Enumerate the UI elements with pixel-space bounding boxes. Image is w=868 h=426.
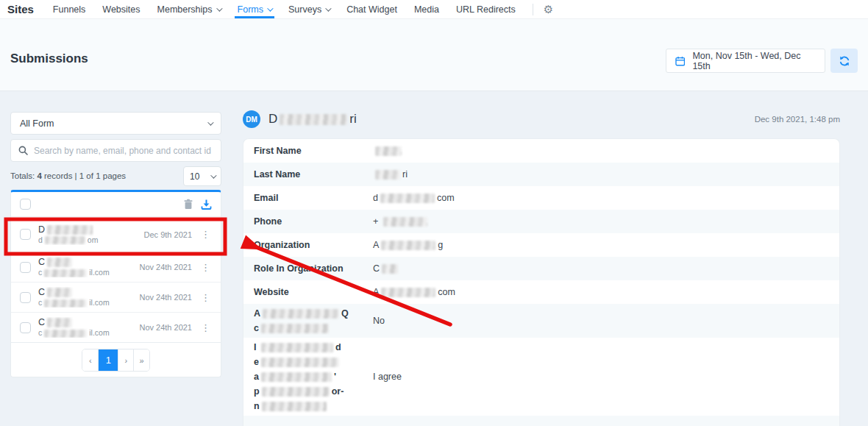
field-label-line: Website [254,285,373,299]
field-label: Website [243,285,373,299]
redacted-blur [263,309,339,319]
field-label-line: n [254,399,373,413]
list-header [11,192,221,216]
submission-row[interactable]: Ccil.comNov 24th 2021⋮ [11,312,221,342]
search-icon [18,146,28,155]
page-size-select[interactable]: 10 [183,166,221,186]
field-label-line: c [254,321,373,336]
field-label: AQc [243,306,373,336]
date-range-picker[interactable]: Mon, Nov 15th - Wed, Dec 15th [666,49,825,73]
nav-item-surveys[interactable]: Surveys [288,0,330,18]
field-value: Acom [373,287,455,297]
nav-item-label: Websites [102,4,140,15]
field-row: Role In OrganizationC [243,257,839,280]
nav-item-url-redirects[interactable]: URL Redirects [456,0,516,18]
field-value: dcom [373,193,455,203]
field-label-text: Last Name [254,167,300,182]
field-rows: First NameLast NameriEmaildcomPhone+ Org… [243,139,839,416]
submission-row[interactable]: DdomDec 9th 2021⋮ [11,216,221,252]
select-all-checkbox[interactable] [20,199,31,210]
row-date: Nov 24th 2021 [139,293,192,302]
nav-separator [533,4,533,15]
row-date: Nov 24th 2021 [139,263,192,271]
redacted-blur [375,146,402,156]
prev-page-button[interactable]: ‹ [82,349,98,371]
field-row: First Name [243,139,839,163]
field-value: C [373,263,400,274]
row-email-text: c [38,298,42,307]
field-label-text: c [254,321,259,336]
row-menu-kebab-icon[interactable]: ⋮ [199,262,212,273]
row-name-text: C [38,317,45,327]
field-label-text: Q [341,306,349,321]
page-1-button[interactable]: 1 [98,349,118,371]
field-label-line: e [254,355,373,369]
nav-item-memberships[interactable]: Memberships [157,0,221,18]
next-page-button[interactable]: › [118,349,133,371]
chevron-down-icon [325,5,331,11]
settings-gear-icon[interactable]: ⚙ [544,4,553,15]
pagination: ‹ 1 › » [82,349,149,372]
calendar-icon [675,56,685,66]
field-label: Phone [243,214,373,229]
row-checkbox[interactable] [20,229,31,240]
field-value-text: com [438,287,455,297]
nav-item-funnels[interactable]: Funnels [53,0,85,18]
field-label-line: I d [254,340,373,355]
field-label-text: p [254,384,260,399]
chevron-down-icon [267,5,273,11]
redacted-blur [44,330,87,338]
field-label-text: Organization [254,238,310,252]
row-menu-kebab-icon[interactable]: ⋮ [199,229,212,240]
brand-sites[interactable]: Sites [7,3,34,15]
row-checkbox[interactable] [20,262,31,273]
field-label-line: First Name [254,143,373,158]
redacted-blur [375,170,400,180]
submissions-list-card: DdomDec 9th 2021⋮Ccil.comNov 24th 2021⋮C… [10,190,221,377]
contact-name-text: ri [349,112,356,127]
export-download-button[interactable] [201,199,212,210]
field-label-text: or- [332,384,344,399]
field-value-text: A [373,287,379,297]
row-name-text: D [38,224,45,235]
nav-item-forms[interactable]: Forms [238,0,271,18]
row-checkbox[interactable] [20,292,31,303]
list-rows: DdomDec 9th 2021⋮Ccil.comNov 24th 2021⋮C… [11,216,221,342]
nav-item-label: Surveys [288,4,321,15]
field-label-text: ' [334,369,336,384]
row-email-text: c [38,328,42,337]
field-label: Role In Organization [243,261,373,276]
search-input[interactable] [34,146,213,156]
row-menu-kebab-icon[interactable]: ⋮ [199,322,212,333]
form-filter-value: All Form [20,118,54,129]
field-row: Emaildcom [243,186,839,210]
nav-item-chat-widget[interactable]: Chat Widget [346,0,397,18]
field-value-text: A [373,240,379,250]
row-email-text: il.com [89,328,109,337]
search-box [10,139,221,162]
field-label-text: e [254,355,259,369]
row-checkbox[interactable] [20,322,31,333]
last-page-button[interactable]: » [133,349,149,371]
submission-row[interactable]: Ccil.comNov 24th 2021⋮ [11,282,221,312]
nav-item-media[interactable]: Media [414,0,439,18]
field-value-text: com [437,193,455,203]
form-filter-select[interactable]: All Form [10,112,221,135]
download-icon [201,199,212,210]
redacted-blur [280,114,347,125]
redacted-blur [261,372,332,382]
submission-row[interactable]: Ccil.comNov 24th 2021⋮ [11,252,221,282]
field-label: I dea'por-n [243,340,373,413]
delete-button[interactable] [183,199,193,210]
field-label-text: Role In Organization [254,261,344,276]
row-email: cil.com [38,328,132,338]
field-row: I dea'por-nI agree [243,338,839,416]
nav-item-websites[interactable]: Websites [102,0,140,18]
row-date: Nov 24th 2021 [139,323,192,332]
redacted-blur [380,194,435,203]
nav-item-label: Funnels [53,4,85,15]
field-value-text: d [373,193,378,203]
field-row: WebsiteAcom [243,280,839,304]
refresh-button[interactable] [830,49,858,73]
row-menu-kebab-icon[interactable]: ⋮ [199,292,212,303]
